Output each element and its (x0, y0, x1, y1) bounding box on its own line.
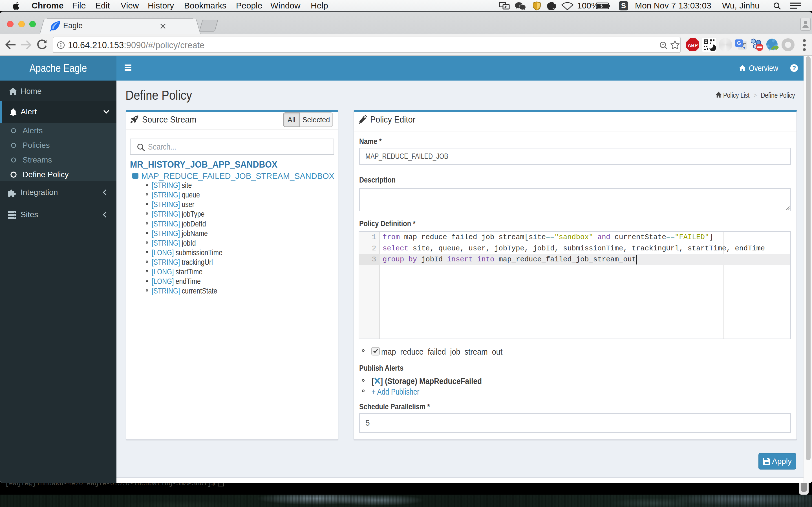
svg-text:G: G (737, 40, 741, 46)
svg-text:ABP: ABP (688, 43, 698, 48)
